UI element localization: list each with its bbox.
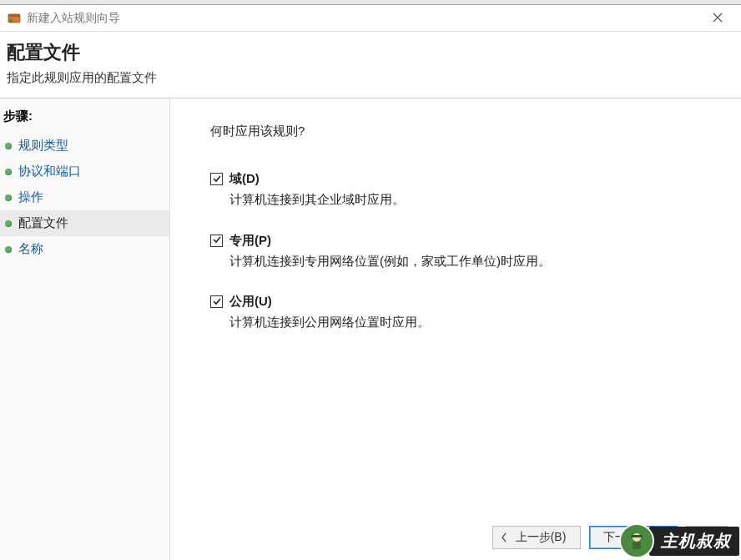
page-subtitle: 指定此规则应用的配置文件 — [7, 70, 734, 86]
wizard-body: 步骤: 规则类型 协议和端口 操作 配置文件 名称 何时应用该规则? — [0, 98, 741, 560]
back-button-label: 上一步(B) — [508, 530, 573, 545]
step-label: 名称 — [18, 241, 43, 257]
wizard-header: 配置文件 指定此规则应用的配置文件 — [0, 32, 741, 98]
wizard-button-bar: 上一步(B) 下一步(N) — [492, 526, 728, 549]
chevron-right-icon — [662, 532, 670, 542]
step-label: 规则类型 — [18, 138, 68, 154]
bullet-icon — [5, 143, 12, 149]
checkmark-icon — [212, 295, 222, 310]
checkbox-desc: 计算机连接到公用网络位置时应用。 — [229, 313, 741, 332]
checkbox-row-public: 公用(U) 计算机连接到公用网络位置时应用。 — [210, 294, 741, 332]
checkbox-row-private: 专用(P) 计算机连接到专用网络位置(例如，家或工作单位)时应用。 — [210, 233, 741, 271]
step-label: 操作 — [18, 189, 43, 205]
chevron-left-icon — [500, 532, 508, 542]
step-rule-type[interactable]: 规则类型 — [0, 133, 169, 159]
cancel-button[interactable] — [686, 526, 728, 549]
checkbox-desc: 计算机连接到其企业域时应用。 — [229, 190, 741, 209]
next-button[interactable]: 下一步(N) — [589, 526, 678, 549]
step-profile[interactable]: 配置文件 — [0, 210, 169, 236]
close-button[interactable] — [701, 7, 734, 30]
wizard-content: 何时应用该规则? 域(D) 计算机连接到其企业域时应用。 — [170, 98, 741, 560]
checkmark-icon — [212, 233, 222, 248]
step-label: 协议和端口 — [18, 164, 81, 179]
bullet-icon — [5, 246, 12, 253]
firewall-wizard-icon — [7, 11, 22, 26]
checkbox-desc: 计算机连接到专用网络位置(例如，家或工作单位)时应用。 — [229, 252, 741, 271]
close-icon — [713, 11, 723, 26]
checkbox-private[interactable] — [210, 235, 223, 247]
page-title: 配置文件 — [7, 40, 734, 65]
window-title: 新建入站规则向导 — [27, 11, 120, 26]
checkbox-label: 公用(U) — [229, 294, 272, 310]
next-button-label: 下一步(N) — [597, 530, 662, 545]
step-action[interactable]: 操作 — [0, 184, 169, 210]
bullet-icon — [5, 169, 12, 175]
checkbox-label: 专用(P) — [229, 233, 271, 249]
question-text: 何时应用该规则? — [210, 124, 741, 139]
step-label: 配置文件 — [18, 215, 68, 231]
steps-sidebar: 步骤: 规则类型 协议和端口 操作 配置文件 名称 — [0, 98, 170, 560]
steps-heading: 步骤: — [0, 103, 169, 133]
step-protocol-port[interactable]: 协议和端口 — [0, 159, 169, 184]
checkbox-label: 域(D) — [229, 171, 260, 187]
checkbox-public[interactable] — [210, 295, 223, 308]
checkmark-icon — [212, 172, 222, 187]
svg-rect-1 — [8, 14, 20, 17]
checkbox-domain[interactable] — [210, 173, 223, 185]
bullet-icon — [5, 220, 12, 227]
svg-point-2 — [9, 19, 13, 23]
bullet-icon — [5, 194, 12, 201]
back-button[interactable]: 上一步(B) — [492, 526, 581, 549]
checkbox-row-domain: 域(D) 计算机连接到其企业域时应用。 — [210, 171, 741, 209]
titlebar: 新建入站规则向导 — [0, 5, 741, 32]
step-name[interactable]: 名称 — [0, 236, 169, 262]
